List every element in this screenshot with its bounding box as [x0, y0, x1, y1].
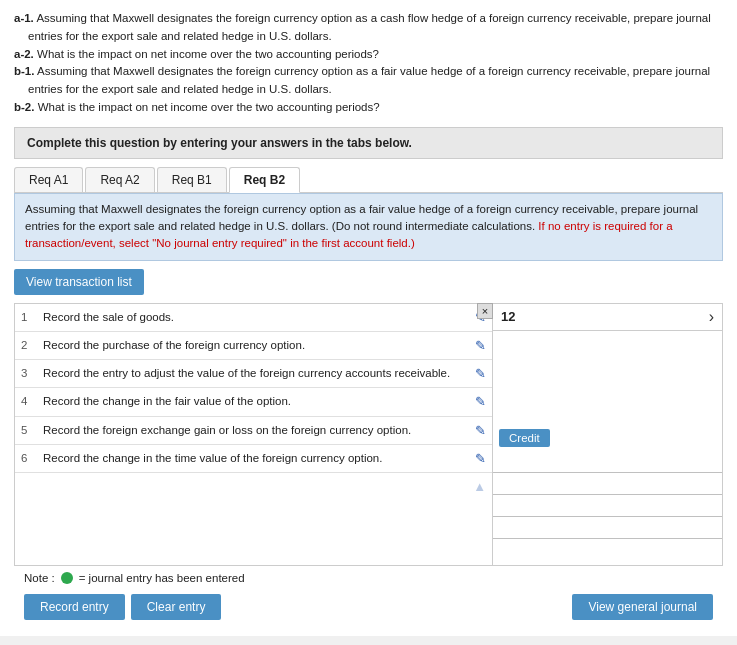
side-input-row-2: [493, 473, 722, 495]
journal-row-2: 2 Record the purchase of the foreign cur…: [15, 332, 492, 360]
row-num-4: 4: [21, 393, 37, 407]
row-text-2: Record the purchase of the foreign curre…: [43, 337, 469, 354]
row-text-4: Record the change in the fair value of t…: [43, 393, 469, 410]
side-input-1[interactable]: [499, 455, 716, 467]
journal-row-extra: ▲: [15, 473, 492, 500]
row-text-6: Record the change in the time value of t…: [43, 450, 469, 467]
view-transaction-button[interactable]: View transaction list: [14, 269, 144, 295]
side-panel-body: Credit: [493, 331, 722, 565]
row-text-5: Record the foreign exchange gain or loss…: [43, 422, 469, 439]
side-input-4[interactable]: [499, 521, 716, 533]
side-input-row-1: [493, 451, 722, 473]
side-panel-arrow[interactable]: ›: [709, 308, 714, 326]
journal-row-1: 1 Record the sale of goods. ✎: [15, 304, 492, 332]
side-panel: 12 › Credit: [493, 303, 723, 566]
main-content: × 1 Record the sale of goods. ✎ 2 Record…: [14, 303, 723, 566]
edit-icon-6[interactable]: ✎: [475, 450, 486, 466]
intro-line-4: b-2. What is the impact on net income ov…: [14, 99, 723, 117]
row-num-1: 1: [21, 309, 37, 323]
close-x-button[interactable]: ×: [477, 303, 493, 319]
view-general-journal-button[interactable]: View general journal: [572, 594, 713, 620]
complete-label: Complete this question by entering your …: [27, 136, 412, 150]
note-prefix: Note :: [24, 572, 55, 584]
side-panel-header: 12 ›: [493, 304, 722, 331]
journal-row-6: 6 Record the change in the time value of…: [15, 445, 492, 473]
row-num-5: 5: [21, 422, 37, 436]
side-input-2[interactable]: [499, 477, 716, 489]
side-input-row-4: [493, 517, 722, 539]
side-input-3[interactable]: [499, 499, 716, 511]
side-input-row-3: [493, 495, 722, 517]
intro-line-3: b-1. Assuming that Maxwell designates th…: [14, 63, 723, 99]
side-input-row-5: [493, 539, 722, 561]
intro-line-2: a-2. What is the impact on net income ov…: [14, 46, 723, 64]
tab-req-b2[interactable]: Req B2: [229, 167, 300, 193]
edit-icon-5[interactable]: ✎: [475, 422, 486, 438]
credit-badge: Credit: [499, 429, 550, 447]
row-text-3: Record the entry to adjust the value of …: [43, 365, 469, 382]
row-num-6: 6: [21, 450, 37, 464]
page-wrapper: a-1. Assuming that Maxwell designates th…: [0, 0, 737, 636]
complete-box: Complete this question by entering your …: [14, 127, 723, 159]
tabs-row: Req A1 Req A2 Req B1 Req B2: [14, 167, 723, 193]
record-entry-button[interactable]: Record entry: [24, 594, 125, 620]
credit-badge-container: Credit: [493, 425, 722, 451]
bottom-buttons: Record entry Clear entry View general jo…: [14, 588, 723, 626]
journal-row-5: 5 Record the foreign exchange gain or lo…: [15, 417, 492, 445]
note-suffix: = journal entry has been entered: [79, 572, 245, 584]
intro-text: a-1. Assuming that Maxwell designates th…: [14, 10, 723, 117]
journal-row-4: 4 Record the change in the fair value of…: [15, 388, 492, 416]
edit-icon-3[interactable]: ✎: [475, 365, 486, 381]
intro-line-1: a-1. Assuming that Maxwell designates th…: [14, 10, 723, 46]
side-input-5[interactable]: [499, 544, 716, 556]
row-num-2: 2: [21, 337, 37, 351]
edit-icon-4[interactable]: ✎: [475, 393, 486, 409]
tab-req-a2[interactable]: Req A2: [85, 167, 154, 192]
tab-req-a1[interactable]: Req A1: [14, 167, 83, 192]
instruction-box: Assuming that Maxwell designates the for…: [14, 193, 723, 261]
note-dot: [61, 572, 73, 584]
edit-icon-2[interactable]: ✎: [475, 337, 486, 353]
side-panel-empty-top: [493, 335, 722, 425]
tab-req-b1[interactable]: Req B1: [157, 167, 227, 192]
side-input-rows: [493, 451, 722, 561]
row-text-1: Record the sale of goods.: [43, 309, 469, 326]
clear-entry-button[interactable]: Clear entry: [131, 594, 222, 620]
note-row: Note : = journal entry has been entered: [14, 566, 723, 588]
side-panel-number: 12: [501, 309, 515, 324]
journal-table: 1 Record the sale of goods. ✎ 2 Record t…: [14, 303, 493, 566]
journal-row-3: 3 Record the entry to adjust the value o…: [15, 360, 492, 388]
row-num-3: 3: [21, 365, 37, 379]
